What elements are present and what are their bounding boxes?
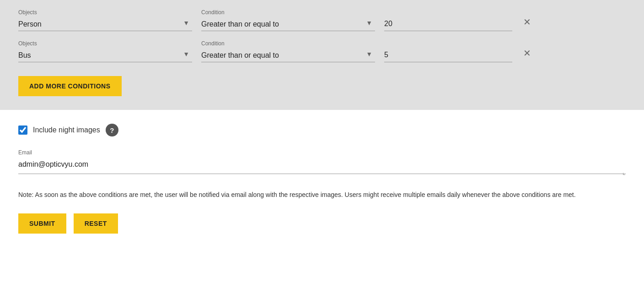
- submit-button[interactable]: SUBMIT: [18, 213, 66, 234]
- night-images-row: Include night images ?: [18, 124, 626, 136]
- condition-select-wrapper-2: Greater than or equal to Less than or eq…: [201, 49, 375, 62]
- objects-label-2: Objects: [18, 40, 192, 47]
- objects-label-1: Objects: [18, 9, 192, 16]
- condition-row-1: Objects Person Bus Car Truck Bicycle ▼ C…: [18, 9, 626, 31]
- objects-select-wrapper-1: Person Bus Car Truck Bicycle ▼: [18, 17, 192, 31]
- value-field-1: [384, 17, 512, 31]
- add-more-conditions-button[interactable]: ADD MORE CONDITIONS: [18, 76, 122, 96]
- help-icon[interactable]: ?: [106, 124, 118, 136]
- objects-group-1: Objects Person Bus Car Truck Bicycle ▼: [18, 9, 192, 31]
- resize-handle-icon: ⌞: [623, 169, 626, 176]
- email-textarea[interactable]: admin@opticvyu.com: [18, 158, 626, 174]
- condition-row-2: Objects Person Bus Car Truck Bicycle ▼ C…: [18, 40, 626, 62]
- settings-area: Include night images ? Email admin@optic…: [0, 110, 644, 247]
- objects-select-wrapper-2: Person Bus Car Truck Bicycle ▼: [18, 49, 192, 62]
- email-group: Email admin@opticvyu.com ⌞: [18, 149, 626, 176]
- objects-select-2[interactable]: Person Bus Car Truck Bicycle: [18, 49, 192, 62]
- action-buttons: SUBMIT RESET: [18, 213, 626, 234]
- condition-select-2[interactable]: Greater than or equal to Less than or eq…: [201, 49, 375, 62]
- value-input-2[interactable]: [384, 48, 512, 62]
- condition-group-2: Condition Greater than or equal to Less …: [201, 40, 375, 62]
- condition-label-1: Condition: [201, 9, 375, 16]
- condition-select-wrapper-1: Greater than or equal to Less than or eq…: [201, 17, 375, 31]
- condition-group-1: Condition Greater than or equal to Less …: [201, 9, 375, 31]
- reset-button[interactable]: RESET: [74, 213, 118, 234]
- include-night-checkbox[interactable]: [18, 125, 27, 135]
- value-input-1[interactable]: [384, 17, 512, 31]
- value-field-2: [384, 48, 512, 62]
- email-textarea-wrapper: admin@opticvyu.com ⌞: [18, 158, 626, 176]
- objects-group-2: Objects Person Bus Car Truck Bicycle ▼: [18, 40, 192, 62]
- note-text: Note: As soon as the above conditions ar…: [18, 190, 613, 200]
- objects-select-1[interactable]: Person Bus Car Truck Bicycle: [18, 17, 192, 31]
- remove-row-2-button[interactable]: ✕: [521, 47, 533, 60]
- email-label: Email: [18, 149, 626, 156]
- remove-row-1-button[interactable]: ✕: [521, 16, 533, 28]
- condition-label-2: Condition: [201, 40, 375, 47]
- include-night-label: Include night images: [33, 126, 100, 134]
- conditions-area: Objects Person Bus Car Truck Bicycle ▼ C…: [0, 0, 644, 110]
- condition-select-1[interactable]: Greater than or equal to Less than or eq…: [201, 17, 375, 31]
